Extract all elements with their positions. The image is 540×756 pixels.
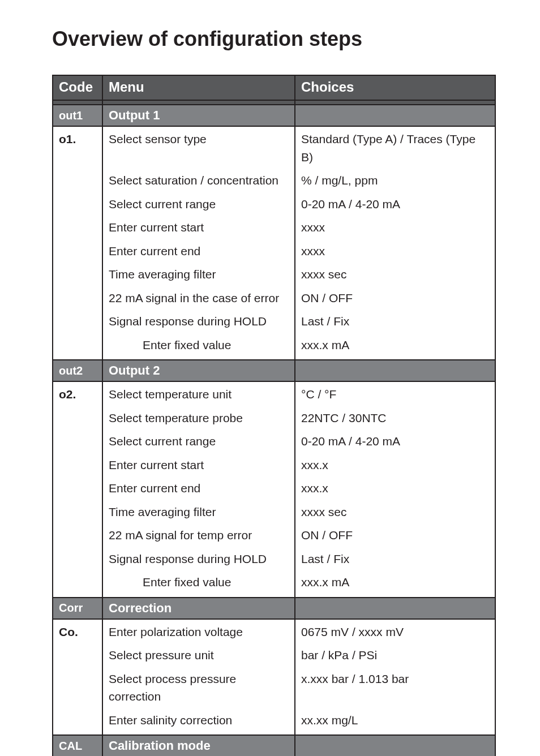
row-choice: xxxx <box>295 239 495 263</box>
row-code <box>53 192 102 216</box>
section-code: out1 <box>53 105 102 126</box>
row-menu: Enter current end <box>102 476 295 500</box>
row-choice: Last / Fix <box>295 547 495 570</box>
row-code <box>53 547 102 570</box>
row-menu: Time averaging filter <box>102 500 295 523</box>
section-code: out2 <box>53 360 102 381</box>
row-code <box>53 500 102 523</box>
row-choice: % / mg/L, ppm <box>295 168 495 192</box>
row-code <box>53 406 102 429</box>
row-menu: Select process pressure correction <box>102 667 295 708</box>
row-code <box>53 333 102 360</box>
row-code <box>53 215 102 239</box>
section-title: Calibration mode <box>102 735 295 756</box>
header-menu: Menu <box>102 75 295 100</box>
row-code <box>53 262 102 286</box>
row-menu: Select temperature unit <box>102 381 295 406</box>
header-code: Code <box>53 75 102 100</box>
row-code <box>53 643 102 667</box>
header-choices: Choices <box>295 75 495 100</box>
row-menu: Signal response during HOLD <box>102 547 295 570</box>
row-menu: Select temperature probe <box>102 406 295 429</box>
row-choice: xxxx sec <box>295 262 495 286</box>
row-code <box>53 708 102 736</box>
row-menu: 22 mA signal in the case of error <box>102 286 295 310</box>
row-code: Co. <box>53 619 102 643</box>
row-choice: ON / OFF <box>295 523 495 547</box>
row-choice: xx.xx mg/L <box>295 708 495 736</box>
row-choice: x.xxx bar / 1.013 bar <box>295 667 495 708</box>
row-choice: xxx.x mA <box>295 333 495 360</box>
row-menu: Select pressure unit <box>102 643 295 667</box>
row-choice: 0675 mV / xxxx mV <box>295 619 495 643</box>
section-title: Output 1 <box>102 105 295 126</box>
row-code <box>53 309 102 333</box>
row-code <box>53 667 102 708</box>
row-code <box>53 429 102 453</box>
row-code <box>53 239 102 263</box>
row-choice: Last / Fix <box>295 309 495 333</box>
row-menu: Enter current start <box>102 215 295 239</box>
row-choice: xxx.x <box>295 476 495 500</box>
row-code <box>53 570 102 598</box>
section-blank <box>295 105 495 126</box>
row-code <box>53 453 102 476</box>
row-menu: Enter fixed value <box>102 570 295 598</box>
config-table: Code Menu Choices out1Output 1o1.Select … <box>52 75 496 756</box>
row-choice: Standard (Type A) / Traces (Type B) <box>295 126 495 168</box>
row-menu: Enter fixed value <box>102 333 295 360</box>
row-choice: xxx.x <box>295 453 495 476</box>
row-menu: Enter salinity correction <box>102 708 295 736</box>
row-code <box>53 476 102 500</box>
page-title: Overview of configuration steps <box>52 27 496 51</box>
row-menu: Select sensor type <box>102 126 295 168</box>
row-code <box>53 523 102 547</box>
section-code: CAL <box>53 735 102 756</box>
section-blank <box>295 598 495 619</box>
row-choice: °C / °F <box>295 381 495 406</box>
section-blank <box>295 360 495 381</box>
row-choice: ON / OFF <box>295 286 495 310</box>
row-choice: xxx.x mA <box>295 570 495 598</box>
row-menu: 22 mA signal for temp error <box>102 523 295 547</box>
row-menu: Time averaging filter <box>102 262 295 286</box>
row-code: o2. <box>53 381 102 406</box>
row-menu: Select saturation / concentration <box>102 168 295 192</box>
row-choice: 0-20 mA / 4-20 mA <box>295 429 495 453</box>
row-choice: bar / kPa / PSi <box>295 643 495 667</box>
row-menu: Enter current end <box>102 239 295 263</box>
row-choice: 0-20 mA / 4-20 mA <box>295 192 495 216</box>
row-code <box>53 168 102 192</box>
row-choice: 22NTC / 30NTC <box>295 406 495 429</box>
row-choice: xxxx sec <box>295 500 495 523</box>
section-code: Corr <box>53 598 102 619</box>
row-choice: xxxx <box>295 215 495 239</box>
row-code <box>53 286 102 310</box>
row-menu: Signal response during HOLD <box>102 309 295 333</box>
row-menu: Select current range <box>102 429 295 453</box>
row-menu: Enter polarization voltage <box>102 619 295 643</box>
row-menu: Select current range <box>102 192 295 216</box>
row-code: o1. <box>53 126 102 168</box>
row-menu: Enter current start <box>102 453 295 476</box>
section-blank <box>295 735 495 756</box>
section-title: Output 2 <box>102 360 295 381</box>
section-title: Correction <box>102 598 295 619</box>
